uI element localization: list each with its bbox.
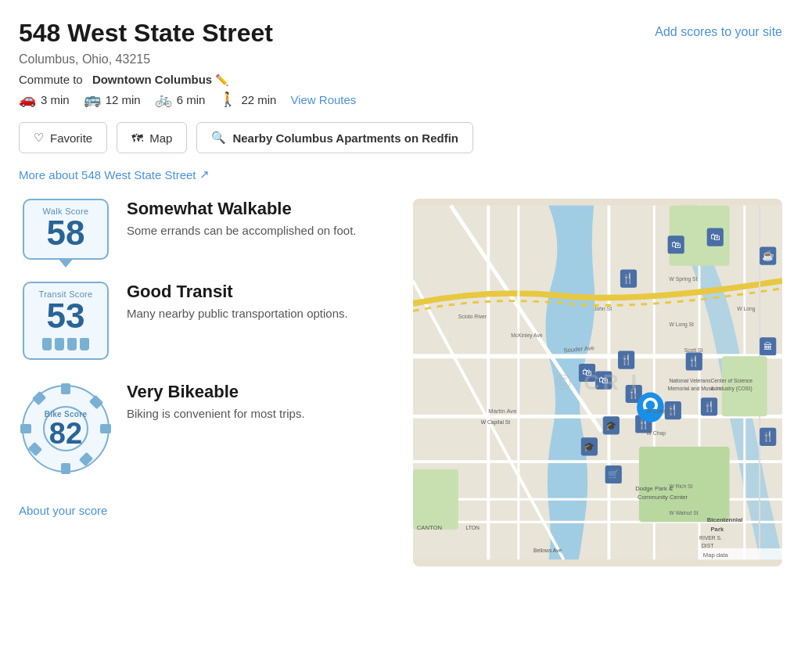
bike-score-item: Bike Score 82 Very Bikeable Biking is co… [19,382,394,476]
svg-text:🛍: 🛍 [710,232,720,243]
walk-score-desc: Some errands can be accomplished on foot… [127,222,394,240]
svg-text:🛍: 🛍 [598,375,609,386]
bike-score-badge: Bike Score 82 [19,382,113,476]
more-about-label: More about 548 West State Street [19,168,196,181]
bike-inner: Bike Score 82 [45,410,88,448]
svg-text:Community Center: Community Center [638,494,688,501]
bike-score-number: 82 [49,419,82,448]
map-container[interactable]: 🍴 🛍 🛍 ☕ 🛍 🍴 🍴 🛍 [413,199,782,566]
transit-score-number: 53 [47,299,85,333]
view-routes-link[interactable]: View Routes [290,93,356,106]
bus-transport: 🚌 12 min [84,91,141,108]
svg-text:CANTON: CANTON [417,524,442,531]
button-row: ♡ Favorite 🗺 Map 🔍 Nearby Columbus Apart… [19,122,782,153]
svg-text:W Long St: W Long St [670,322,695,328]
transit-badge-bottom [42,335,89,350]
walk-score-item: Walk Score 58 Somewhat Walkable Some err… [19,199,394,260]
commute-row: Commute to Downtown Columbus ✏️ [19,73,782,86]
svg-text:🎓: 🎓 [584,441,595,452]
walk-transport: 🚶 22 min [219,91,276,108]
transit-leg-1 [42,338,52,350]
svg-text:W State St: W State St [647,408,672,414]
svg-text:National Veterans: National Veterans [670,378,712,383]
walk-score-number: 58 [47,216,85,250]
more-about-link[interactable]: More about 548 West State Street ↗ [19,167,210,181]
map-placeholder: 🍴 🛍 🛍 ☕ 🛍 🍴 🍴 🛍 [413,199,782,566]
svg-text:🍴: 🍴 [762,430,774,443]
svg-text:W Chap: W Chap [647,430,666,437]
svg-text:🍴: 🍴 [627,387,640,400]
favorite-button[interactable]: ♡ Favorite [19,122,107,153]
svg-text:Bellows Ave: Bellows Ave [533,548,562,553]
address-subtitle: Columbus, Ohio, 43215 [19,52,782,66]
walk-time: 22 min [241,93,276,106]
svg-text:DIST: DIST [702,543,713,548]
svg-text:Scott St: Scott St [684,347,703,353]
transit-score-text: Good Transit Many nearby public transpor… [127,282,394,323]
svg-text:W Spring St: W Spring St [670,276,698,282]
svg-text:Map data: Map data [703,552,729,559]
commute-label: Commute to [19,73,83,86]
map-button[interactable]: 🗺 Map [117,122,187,153]
svg-text:& Industry (COSI): & Industry (COSI) [710,386,752,392]
svg-text:RIVER S.: RIVER S. [699,535,722,541]
walk-score-text: Somewhat Walkable Some errands can be ac… [127,199,394,240]
favorite-label: Favorite [50,131,92,145]
transit-score-title: Good Transit [127,282,394,302]
walk-badge-box: Walk Score 58 [23,199,109,260]
svg-text:🎓: 🎓 [605,420,617,431]
nearby-button[interactable]: 🔍 Nearby Columbus Apartments on Redfin [196,122,473,153]
scores-map-section: Walk Score 58 Somewhat Walkable Some err… [19,199,782,566]
bike-score-desc: Biking is convenient for most trips. [127,405,394,423]
edit-icon[interactable]: ✏️ [215,74,228,86]
svg-text:W Capital St: W Capital St [481,419,511,426]
walk-score-title: Somewhat Walkable [127,199,394,219]
bike-transport: 🚲 6 min [155,91,206,108]
bike-time: 6 min [177,93,206,106]
svg-rect-4 [100,424,111,433]
svg-text:Dodge Park &: Dodge Park & [635,485,673,492]
bus-time: 12 min [106,93,141,106]
car-time: 3 min [41,93,70,106]
transit-score-item: Transit Score 53 Good Transit Many nearb… [19,282,394,360]
svg-text:🏛: 🏛 [763,341,773,351]
add-scores-link[interactable]: Add scores to your site [655,25,782,39]
svg-text:McKinley Ave: McKinley Ave [511,332,543,339]
transit-badge-box: Transit Score 53 [23,282,109,360]
svg-text:W Walnut St: W Walnut St [670,510,699,516]
svg-rect-27 [413,469,458,530]
property-title: 548 West State Street [19,19,273,48]
svg-text:🍴: 🍴 [622,272,634,285]
bike-score-title: Very Bikeable [127,382,394,402]
walk-icon: 🚶 [219,91,236,108]
map-svg: 🍴 🛍 🛍 ☕ 🛍 🍴 🍴 🛍 [413,199,782,566]
about-score-link[interactable]: About your score [19,504,394,517]
car-icon: 🚗 [19,91,36,108]
svg-text:🍴: 🍴 [703,401,716,413]
bicycle-icon: 🚲 [155,91,172,108]
header-section: 548 West State Street Add scores to your… [19,19,782,48]
scores-list: Walk Score 58 Somewhat Walkable Some err… [19,199,394,517]
svg-text:Center of Science: Center of Science [710,378,753,383]
search-icon: 🔍 [211,131,226,145]
svg-text:Martin Ave: Martin Ave [488,408,516,415]
walk-score-badge: Walk Score 58 [19,199,113,260]
svg-text:☕: ☕ [762,250,774,262]
car-transport: 🚗 3 min [19,91,70,108]
transport-row: 🚗 3 min 🚌 12 min 🚲 6 min 🚶 22 min View R… [19,91,782,108]
bike-badge-outer: Bike Score 82 [19,382,113,476]
transit-leg-3 [67,338,77,350]
svg-text:🛍: 🛍 [671,239,681,250]
map-label: Map [149,131,172,145]
svg-text:LTON: LTON [465,525,479,530]
external-link-icon: ↗ [199,167,210,181]
svg-text:🛒: 🛒 [608,469,620,480]
nearby-label: Nearby Columbus Apartments on Redfin [232,131,458,145]
transit-score-badge: Transit Score 53 [19,282,113,360]
heart-icon: ♡ [34,131,44,145]
svg-rect-1 [61,383,70,394]
svg-rect-3 [20,424,31,433]
svg-text:Park: Park [710,526,724,533]
commute-destination: Downtown Columbus [92,73,212,86]
svg-text:Bicentennial: Bicentennial [707,516,743,523]
